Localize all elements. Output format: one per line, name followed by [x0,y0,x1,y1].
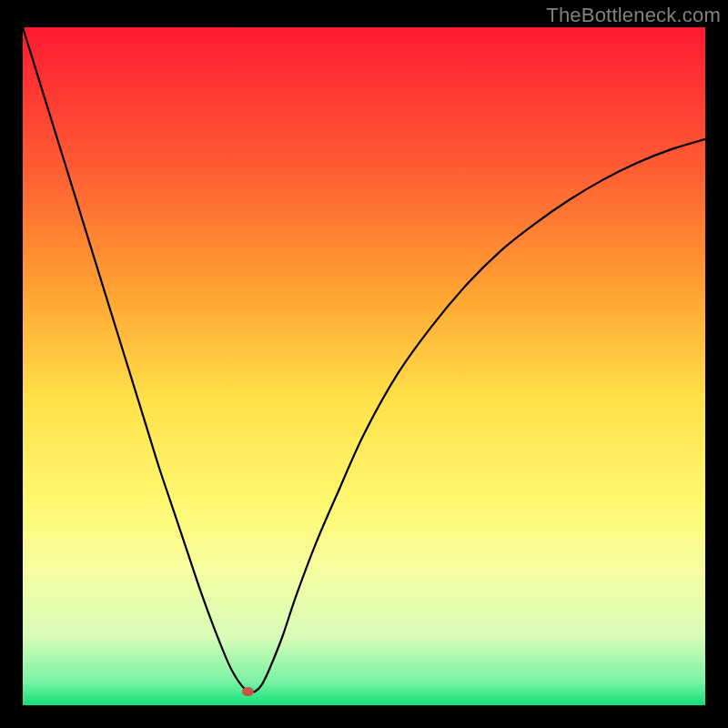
chart-frame: TheBottleneck.com [0,0,728,728]
gradient-background [23,27,705,705]
chart-svg [23,27,705,705]
min-marker [242,687,254,696]
plot-area [23,27,705,705]
watermark-text: TheBottleneck.com [546,4,721,27]
